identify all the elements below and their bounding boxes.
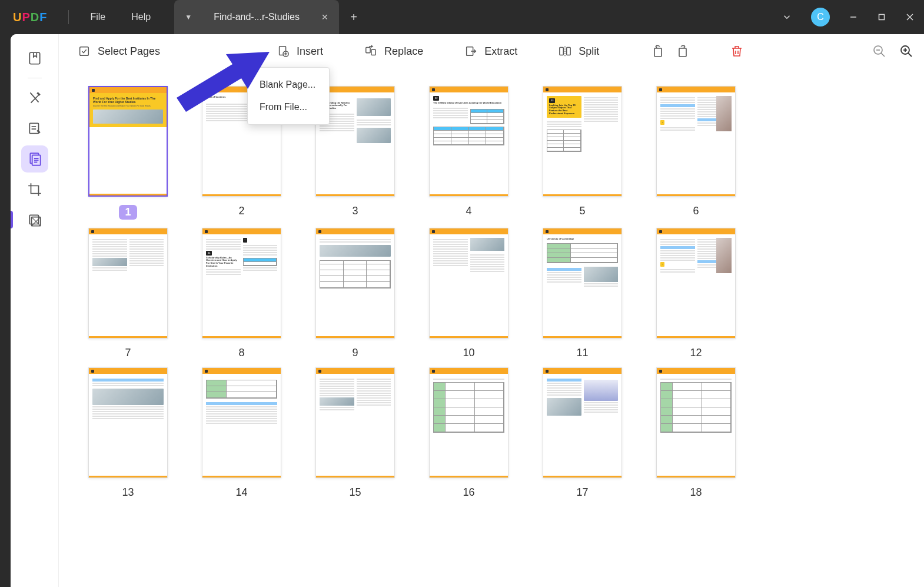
page-thumbnail[interactable]: 15	[315, 367, 395, 499]
rotate-left-icon	[651, 44, 665, 58]
page-thumbnail-image[interactable]: •	[656, 86, 736, 197]
page-thumbnail-grid: Find and Apply For the Best Institutes I…	[59, 68, 924, 587]
organize-pages-tool-icon[interactable]	[21, 145, 48, 173]
replace-label: Replace	[384, 45, 423, 58]
page-thumbnail-image[interactable]: 04 Scholarship Rules - An Overview and H…	[202, 228, 281, 339]
delete-page-button[interactable]	[727, 42, 746, 61]
split-icon	[559, 45, 571, 58]
page-thumbnail[interactable]: 16	[429, 367, 508, 499]
insert-label: Insert	[297, 45, 323, 58]
insert-icon	[277, 45, 290, 58]
page-thumbnail-image[interactable]	[88, 367, 168, 478]
replace-button[interactable]: Replace	[356, 42, 431, 60]
select-pages-label: Select Pages	[98, 45, 160, 58]
page-thumbnail-image[interactable]	[429, 367, 508, 478]
page-number-label: 2	[238, 205, 244, 217]
insert-blank-page-item[interactable]: Blank Page...	[248, 74, 329, 96]
page-thumbnail-image[interactable]: University of Cambridge	[543, 228, 622, 339]
page-number-label: 15	[349, 486, 361, 499]
zoom-out-button[interactable]	[872, 44, 886, 58]
page-number-label: 9	[352, 347, 358, 359]
titlebar: UPDF File Help ▼ Find-and-...r-Studies ✕…	[0, 0, 924, 34]
page-number-label: 11	[576, 347, 588, 359]
page-number-label: 18	[690, 486, 702, 499]
page-thumbnail-image[interactable]: 03 Looking Into the Top 10 Subject Major…	[543, 86, 622, 197]
maximize-button[interactable]	[868, 0, 896, 34]
replace-icon	[364, 45, 377, 58]
page-thumbnail-image[interactable]	[315, 228, 395, 339]
rotate-left-button[interactable]	[649, 42, 667, 61]
svg-rect-13	[366, 48, 370, 53]
bookmark-tool-icon[interactable]	[21, 45, 48, 72]
split-label: Split	[579, 45, 599, 58]
page-number-label: 1	[119, 205, 137, 220]
page-thumbnail[interactable]: 9	[315, 228, 395, 359]
minimize-button[interactable]	[839, 0, 868, 34]
page-thumbnail[interactable]: 10	[429, 228, 508, 359]
page-number-label: 10	[463, 347, 474, 359]
page-thumbnail-image[interactable]: •	[656, 228, 736, 339]
page-thumbnail[interactable]: 03 Looking Into the Top 10 Subject Major…	[543, 86, 622, 220]
sidebar-separator	[28, 78, 42, 78]
workspace: Select Pages Insert Replace	[11, 34, 924, 587]
select-pages-button[interactable]: Select Pages	[69, 42, 168, 60]
page-thumbnail[interactable]: 18	[656, 367, 736, 499]
page-thumbnail[interactable]: 17	[543, 367, 622, 499]
select-icon	[78, 45, 91, 58]
page-thumbnail[interactable]: 02 The 10 Best Global Universities Leadi…	[429, 86, 508, 220]
new-tab-button[interactable]: +	[339, 0, 368, 34]
page-number-label: 6	[693, 205, 699, 217]
page-thumbnail-image[interactable]	[429, 228, 508, 339]
comment-tool-icon[interactable]	[21, 84, 48, 111]
page-thumbnail[interactable]: University of Cambridge 11	[543, 228, 622, 359]
tab-dropdown-icon[interactable]: ▼	[185, 13, 192, 21]
page-thumbnail-image[interactable]	[202, 367, 281, 478]
page-number-label: 16	[463, 486, 474, 499]
svg-rect-19	[654, 48, 662, 57]
page-toolbar: Select Pages Insert Replace	[59, 34, 924, 68]
svg-rect-14	[371, 49, 375, 55]
svg-rect-17	[567, 48, 570, 55]
user-avatar[interactable]: C	[811, 8, 830, 26]
insert-from-file-item[interactable]: From File...	[248, 96, 329, 118]
svg-rect-10	[80, 47, 89, 56]
page-thumbnail[interactable]: • 6	[656, 86, 736, 220]
chevron-down-icon[interactable]	[772, 12, 802, 22]
extract-icon	[464, 45, 477, 58]
page-number-label: 5	[579, 205, 585, 217]
page-number-label: 7	[125, 347, 131, 359]
tab-close-icon[interactable]: ✕	[321, 12, 328, 22]
page-thumbnail-image[interactable]	[656, 367, 736, 478]
zoom-in-button[interactable]	[899, 44, 913, 58]
page-thumbnail-image[interactable]: 02 The 10 Best Global Universities Leadi…	[429, 86, 508, 197]
page-number-label: 12	[690, 347, 702, 359]
window-controls: C	[772, 0, 924, 34]
edit-tool-icon[interactable]	[21, 115, 48, 142]
page-thumbnail-image[interactable]: Find and Apply For the Best Institutes I…	[88, 86, 168, 197]
page-thumbnail[interactable]: • 12	[656, 228, 736, 359]
page-thumbnail[interactable]: Find and Apply For the Best Institutes I…	[88, 86, 168, 220]
page-thumbnail[interactable]: 14	[202, 367, 281, 499]
crop-tool-icon[interactable]	[21, 176, 48, 203]
svg-rect-5	[29, 123, 38, 133]
page-thumbnail[interactable]: 04 Scholarship Rules - An Overview and H…	[202, 228, 281, 359]
page-thumbnail[interactable]: 13	[88, 367, 168, 499]
rotate-right-button[interactable]	[673, 42, 692, 61]
page-thumbnail[interactable]: 7	[88, 228, 168, 359]
menu-file[interactable]: File	[77, 0, 118, 34]
split-button[interactable]: Split	[550, 42, 607, 60]
page-thumbnail-image[interactable]	[88, 228, 168, 339]
page-number-label: 4	[466, 205, 471, 217]
document-tab[interactable]: ▼ Find-and-...r-Studies ✕	[174, 0, 339, 34]
page-thumbnail-image[interactable]	[315, 367, 395, 478]
svg-rect-1	[879, 15, 885, 20]
page-thumbnail-image[interactable]	[543, 367, 622, 478]
tab-strip: ▼ Find-and-...r-Studies ✕ +	[174, 0, 368, 34]
menu-help[interactable]: Help	[118, 0, 164, 34]
insert-button[interactable]: Insert	[268, 42, 331, 60]
svg-rect-4	[29, 52, 39, 64]
watermark-tool-icon[interactable]	[21, 207, 48, 234]
extract-button[interactable]: Extract	[456, 42, 526, 60]
page-number-label: 8	[238, 347, 244, 359]
close-window-button[interactable]	[896, 0, 924, 34]
